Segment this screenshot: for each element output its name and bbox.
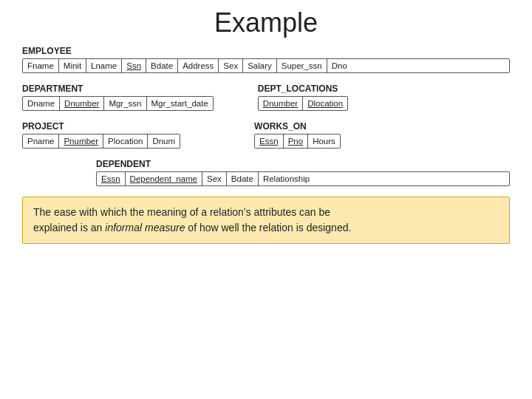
attr-fname: Fname — [23, 59, 59, 72]
works-on-table: EssnPnoHours — [254, 134, 341, 149]
page-title: Example — [214, 7, 318, 38]
attr-sex: Sex — [219, 59, 243, 72]
info-text-italic: informal measure — [105, 222, 185, 233]
info-text-line1: The ease with which the meaning of a rel… — [33, 206, 330, 218]
info-text-line2-after: of how well the relation is designed. — [185, 222, 351, 233]
department-table: DnameDnumberMgr_ssnMgr_start_date — [22, 96, 214, 111]
attr-plocation: Plocation — [103, 134, 148, 148]
attr-dname: Dname — [23, 97, 60, 110]
dependent-label: DEPENDENT — [96, 159, 510, 169]
project-table: PnamePnumberPlocationDnum — [22, 134, 180, 149]
info-text-line2-before: explained is an — [33, 222, 105, 233]
attr-ssn: Ssn — [122, 59, 146, 72]
attr-mgr_ssn: Mgr_ssn — [104, 97, 146, 110]
project-label: PROJECT — [22, 121, 180, 132]
employee-table: FnameMinitLnameSsnBdateAddressSexSalaryS… — [22, 58, 510, 73]
attr-essn: Essn — [97, 172, 126, 185]
attr-sex: Sex — [202, 172, 227, 185]
attr-relationship: Relationship — [259, 172, 314, 185]
attr-dnumber: Dnumber — [259, 97, 303, 110]
dependent-table: EssnDependent_nameSexBdateRelationship — [96, 171, 510, 186]
attr-minit: Minit — [59, 59, 86, 72]
attr-salary: Salary — [243, 59, 277, 72]
attr-lname: Lname — [86, 59, 122, 72]
dept-locations-table: DnumberDlocation — [258, 96, 348, 111]
dept-locations-label: DEPT_LOCATIONS — [258, 83, 348, 94]
attr-dno: Dno — [327, 59, 352, 72]
attr-super_ssn: Super_ssn — [277, 59, 327, 72]
attr-essn: Essn — [255, 134, 284, 148]
department-label: DEPARTMENT — [22, 83, 214, 94]
attr-address: Address — [178, 59, 219, 72]
employee-label: EMPLOYEE — [22, 46, 510, 56]
attr-pnumber: Pnumber — [59, 134, 103, 148]
attr-dnumber: Dnumber — [60, 97, 104, 110]
info-box: The ease with which the meaning of a rel… — [22, 197, 510, 244]
attr-pno: Pno — [284, 134, 308, 148]
attr-dlocation: Dlocation — [303, 97, 347, 110]
attr-mgr_start_date: Mgr_start_date — [147, 97, 213, 110]
attr-bdate: Bdate — [146, 59, 178, 72]
attr-pname: Pname — [23, 134, 59, 148]
attr-dependent_name: Dependent_name — [126, 172, 202, 185]
works-on-label: WORKS_ON — [254, 121, 341, 132]
attr-bdate: Bdate — [227, 172, 259, 185]
attr-hours: Hours — [308, 134, 340, 148]
attr-dnum: Dnum — [148, 134, 180, 148]
